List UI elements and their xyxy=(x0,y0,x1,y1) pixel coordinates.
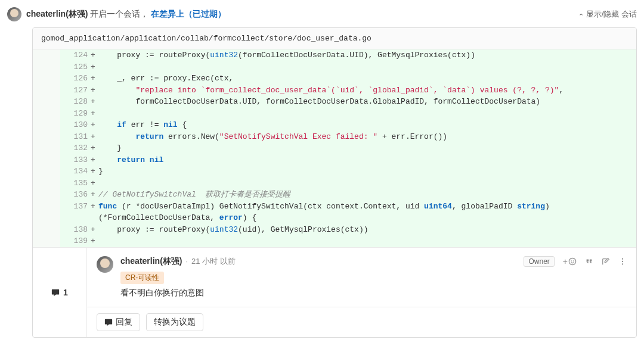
old-line-number xyxy=(33,119,60,131)
diff-sign: + xyxy=(88,201,98,224)
old-line-number xyxy=(33,235,60,247)
diff-sign: + xyxy=(88,85,98,96)
svg-point-4 xyxy=(622,260,623,261)
comment-time: 21 小时 以前 xyxy=(191,256,236,267)
new-line-number[interactable]: 131 xyxy=(60,131,88,143)
old-line-number xyxy=(33,224,60,236)
code-line: 129+ xyxy=(33,108,636,120)
diff-sign: + xyxy=(88,119,98,131)
quote-icon[interactable] xyxy=(585,257,593,266)
new-line-number[interactable]: 125 xyxy=(60,61,88,73)
code-line: 136+// GetNotifySwitchVal 获取打卡者是否接受提醒 xyxy=(33,189,636,201)
code-content[interactable]: formCollectDocUserData.UID, formCollectD… xyxy=(98,96,636,108)
svg-point-0 xyxy=(569,258,575,264)
reply-button[interactable]: 回复 xyxy=(97,313,140,331)
diff-sign: + xyxy=(88,49,98,61)
diff-sign: + xyxy=(88,177,98,189)
thread-author[interactable]: cheaterlin(林强) xyxy=(26,9,88,18)
diff-sign: + xyxy=(88,166,98,177)
file-path[interactable]: gomod_application/application/collab/for… xyxy=(33,28,636,49)
code-content[interactable] xyxy=(98,235,636,247)
diff-sign: + xyxy=(88,142,98,154)
old-line-number xyxy=(33,85,60,96)
add-reaction-button[interactable]: + xyxy=(563,257,577,266)
code-line: 131+ return errors.New("SetNotifySwitchV… xyxy=(33,131,636,143)
new-line-number[interactable]: 129 xyxy=(60,108,88,120)
new-line-number[interactable]: 132 xyxy=(60,142,88,154)
edit-icon[interactable] xyxy=(602,257,610,266)
new-line-number[interactable]: 136 xyxy=(60,189,88,201)
new-line-number[interactable]: 135 xyxy=(60,177,88,189)
owner-badge: Owner xyxy=(524,256,554,267)
new-line-number[interactable]: 128 xyxy=(60,96,88,108)
code-content[interactable]: proxy := routeProxy(uint32(formCollectDo… xyxy=(98,49,636,61)
reply-bar: 回复 转换为议题 xyxy=(87,307,636,337)
old-line-number xyxy=(33,154,60,166)
code-content[interactable] xyxy=(98,61,636,73)
chevron-up-icon xyxy=(578,10,584,19)
more-icon[interactable] xyxy=(618,257,627,266)
speech-bubble-icon xyxy=(51,288,60,297)
old-line-number xyxy=(33,49,60,61)
comment-section: 1 cheaterlin(林强) · 21 小时 以前 Owner + xyxy=(33,247,636,337)
diff-box: gomod_application/application/collab/for… xyxy=(32,27,637,338)
svg-point-2 xyxy=(573,260,574,261)
code-content[interactable]: } xyxy=(98,166,636,177)
diff-sign: + xyxy=(88,235,98,247)
code-content[interactable]: _, err := proxy.Exec(ctx, xyxy=(98,73,636,85)
diff-sign: + xyxy=(88,131,98,143)
svg-point-3 xyxy=(622,258,623,259)
code-content[interactable]: "replace into `form_collect_doc_user_dat… xyxy=(98,85,636,96)
comment-card: cheaterlin(林强) · 21 小时 以前 Owner + xyxy=(87,248,636,307)
thread-header: cheaterlin(林强) 开启一个会话， 在差异上（已过期） 显示/隐藏 会… xyxy=(7,5,637,27)
svg-point-5 xyxy=(622,263,623,264)
speech-bubble-icon xyxy=(104,318,113,326)
new-line-number[interactable]: 124 xyxy=(60,49,88,61)
code-content[interactable]: func (r *docUserDataImpl) GetNotifySwitc… xyxy=(98,201,636,224)
code-line: 128+ formCollectDocUserData.UID, formCol… xyxy=(33,96,636,108)
code-content[interactable]: if err != nil { xyxy=(98,119,636,131)
code-content[interactable] xyxy=(98,108,636,120)
code-line: 134+} xyxy=(33,166,636,177)
code-content[interactable]: return errors.New("SetNotifySwitchVal Ex… xyxy=(98,131,636,143)
new-line-number[interactable]: 126 xyxy=(60,73,88,85)
diff-link[interactable]: 在差异上（已过期） xyxy=(151,9,226,18)
avatar[interactable] xyxy=(7,7,21,21)
old-line-number xyxy=(33,96,60,108)
comment-body: 看不明白你换行的意图 xyxy=(120,288,627,298)
comment-author[interactable]: cheaterlin(林强) xyxy=(120,256,182,267)
avatar[interactable] xyxy=(97,256,113,273)
toggle-thread-button[interactable]: 显示/隐藏 会话 xyxy=(578,9,637,20)
new-line-number[interactable]: 133 xyxy=(60,154,88,166)
new-line-number[interactable]: 130 xyxy=(60,119,88,131)
code-line: 125+ xyxy=(33,61,636,73)
code-line: 126+ _, err := proxy.Exec(ctx, xyxy=(33,73,636,85)
comment-tag[interactable]: CR-可读性 xyxy=(120,272,164,284)
new-line-number[interactable]: 138 xyxy=(60,224,88,236)
diff-sign: + xyxy=(88,73,98,85)
diff-sign: + xyxy=(88,224,98,236)
new-line-number[interactable]: 137 xyxy=(60,201,88,224)
code-content[interactable] xyxy=(98,177,636,189)
diff-sign: + xyxy=(88,96,98,108)
code-content[interactable]: proxy := routeProxy(uint32(uid), GetMysq… xyxy=(98,224,636,236)
old-line-number xyxy=(33,142,60,154)
diff-sign: + xyxy=(88,154,98,166)
code-line: 137+func (r *docUserDataImpl) GetNotifyS… xyxy=(33,201,636,224)
old-line-number xyxy=(33,73,60,85)
code-content[interactable]: } xyxy=(98,142,636,154)
comment-count: 1 xyxy=(33,248,86,337)
code-content[interactable]: return nil xyxy=(98,154,636,166)
old-line-number xyxy=(33,189,60,201)
code-line: 135+ xyxy=(33,177,636,189)
old-line-number xyxy=(33,177,60,189)
new-line-number[interactable]: 139 xyxy=(60,235,88,247)
svg-point-1 xyxy=(571,260,572,261)
new-line-number[interactable]: 134 xyxy=(60,166,88,177)
code-line: 132+ } xyxy=(33,142,636,154)
code-content[interactable]: // GetNotifySwitchVal 获取打卡者是否接受提醒 xyxy=(98,189,636,201)
convert-to-issue-button[interactable]: 转换为议题 xyxy=(146,313,203,331)
new-line-number[interactable]: 127 xyxy=(60,85,88,96)
code-line: 130+ if err != nil { xyxy=(33,119,636,131)
old-line-number xyxy=(33,61,60,73)
